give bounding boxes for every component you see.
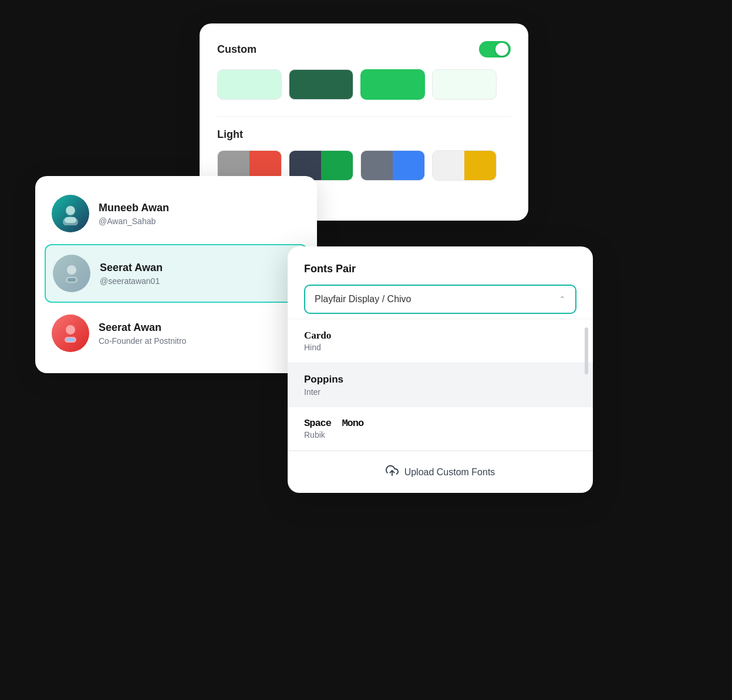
custom-label: Custom [217, 43, 257, 56]
fonts-panel: Fonts Pair Playfair Display / Chivo ⌃ Ca… [288, 246, 593, 493]
swatch-dark-green[interactable] [289, 69, 353, 100]
custom-swatches-row [217, 69, 511, 100]
font-pair-cardo[interactable]: Cardo Hind [288, 319, 593, 363]
swatch-light-green[interactable] [217, 69, 282, 100]
font-select-display[interactable]: Playfair Display / Chivo ⌃ [304, 285, 576, 314]
font-secondary-inter: Inter [304, 387, 576, 397]
light-label: Light [217, 128, 243, 141]
user-handle-1: @Awan_Sahab [99, 217, 169, 226]
user-info-2: Seerat Awan @seeratawan01 [100, 262, 163, 286]
upload-fonts-button[interactable]: Upload Custom Fonts [288, 451, 593, 493]
font-list: Cardo Hind Poppins Inter Space Mono Rubi… [288, 319, 593, 493]
font-primary-spacemono: Space Mono [304, 418, 576, 429]
svg-point-2 [66, 206, 75, 214]
user-name-3: Seerat Awan [99, 322, 186, 334]
svg-rect-6 [68, 278, 76, 282]
avatar-3 [52, 315, 89, 352]
font-secondary-hind: Hind [304, 343, 576, 352]
user-handle-3: Co-Founder at Postnitro [99, 336, 186, 346]
user-info-1: Muneeb Awan @Awan_Sahab [99, 202, 169, 226]
svg-rect-9 [66, 338, 75, 341]
users-panel: Muneeb Awan @Awan_Sahab Seerat Awan @see… [35, 176, 317, 373]
user-name-2: Seerat Awan [100, 262, 163, 274]
font-select-value: Playfair Display / Chivo [315, 294, 411, 305]
user-handle-2: @seeratawan01 [100, 276, 163, 286]
svg-point-4 [67, 265, 76, 275]
user-card-1[interactable]: Muneeb Awan @Awan_Sahab [45, 185, 308, 242]
font-pair-poppins[interactable]: Poppins Inter [288, 363, 593, 407]
swatch-split-4[interactable] [432, 150, 497, 181]
upload-cloud-icon [386, 464, 399, 480]
font-primary-poppins: Poppins [304, 374, 576, 385]
svg-point-7 [66, 325, 75, 334]
chevron-down-icon: ⌃ [559, 295, 566, 304]
custom-toggle[interactable] [479, 41, 511, 58]
swatch-split-3[interactable] [360, 150, 425, 181]
font-select-wrapper: Playfair Display / Chivo ⌃ [304, 285, 576, 314]
user-name-1: Muneeb Awan [99, 202, 169, 214]
font-pair-spacemono[interactable]: Space Mono Rubik [288, 407, 593, 451]
swatch-pale-green[interactable] [432, 69, 497, 100]
user-card-2[interactable]: Seerat Awan @seeratawan01 [45, 244, 308, 303]
avatar-2 [53, 255, 90, 292]
font-secondary-rubik: Rubik [304, 430, 576, 439]
font-primary-cardo: Cardo [304, 330, 576, 341]
avatar-1 [52, 195, 89, 232]
upload-fonts-label: Upload Custom Fonts [404, 467, 495, 478]
scroll-thumb [585, 327, 588, 374]
swatch-mid-green[interactable] [360, 69, 425, 100]
user-card-3[interactable]: Seerat Awan Co-Founder at Postnitro [45, 305, 308, 361]
fonts-panel-title: Fonts Pair [304, 263, 576, 275]
svg-rect-3 [65, 217, 76, 223]
scroll-indicator[interactable] [585, 319, 588, 493]
user-info-3: Seerat Awan Co-Founder at Postnitro [99, 322, 186, 346]
